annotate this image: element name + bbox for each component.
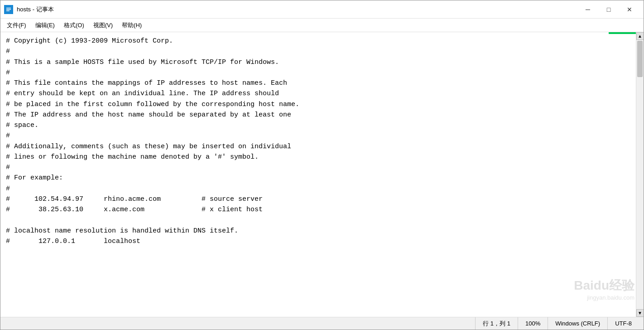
menu-edit[interactable]: 编辑(E) xyxy=(31,19,59,31)
cursor-position: 行 1，列 1 xyxy=(475,317,518,330)
svg-rect-2 xyxy=(6,9,11,10)
close-button[interactable]: ✕ xyxy=(619,0,640,19)
window-controls: ─ □ ✕ xyxy=(577,0,640,19)
menu-file[interactable]: 文件(F) xyxy=(2,19,31,31)
window-title: hosts - 记事本 xyxy=(17,5,577,14)
scroll-down-button[interactable]: ▼ xyxy=(636,309,644,317)
menu-view[interactable]: 视图(V) xyxy=(89,19,117,31)
scrollbar-track[interactable] xyxy=(636,40,644,309)
svg-rect-3 xyxy=(6,10,10,11)
menu-format[interactable]: 格式(O) xyxy=(59,19,89,31)
menu-bar: 文件(F) 编辑(E) 格式(O) 视图(V) 帮助(H) xyxy=(0,19,644,32)
status-bar: 行 1，列 1 100% Windows (CRLF) UTF-8 xyxy=(0,317,644,330)
scrollbar-thumb[interactable] xyxy=(637,41,643,77)
minimize-button[interactable]: ─ xyxy=(577,0,598,19)
app-icon xyxy=(4,5,13,14)
title-bar: hosts - 记事本 ─ □ ✕ xyxy=(0,0,644,19)
scroll-up-button[interactable]: ▲ xyxy=(636,32,644,40)
line-ending: Windows (CRLF) xyxy=(548,317,607,330)
vertical-scrollbar: ▲ ▼ xyxy=(636,32,644,317)
menu-help[interactable]: 帮助(H) xyxy=(117,19,146,31)
svg-rect-1 xyxy=(6,8,11,9)
notepad-window: hosts - 记事本 ─ □ ✕ 文件(F) 编辑(E) 格式(O) 视图(V… xyxy=(0,0,644,330)
zoom-level: 100% xyxy=(518,317,548,330)
text-editor[interactable]: # Copyright (c) 1993-2009 Microsoft Corp… xyxy=(0,32,636,317)
green-bar xyxy=(609,32,636,34)
encoding: UTF-8 xyxy=(607,317,639,330)
maximize-button[interactable]: □ xyxy=(598,0,619,19)
content-area: # Copyright (c) 1993-2009 Microsoft Corp… xyxy=(0,32,644,317)
